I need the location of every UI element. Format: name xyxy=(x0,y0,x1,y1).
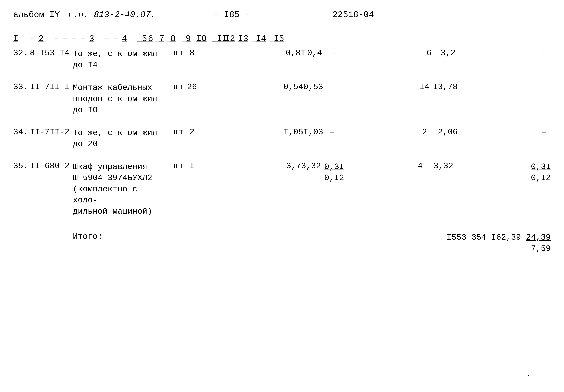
col-h-5: _5 xyxy=(137,34,144,44)
row-35-desc: Шкаф управленияШ 5904 3974БУХЛ2(комплект… xyxy=(73,161,166,217)
row-35-code: II-680-2 xyxy=(30,161,73,171)
table-row: 34. II-7II-2 То же, с к-ом жилдо 20 шт 2… xyxy=(13,127,551,150)
row-33-code: II-7II-I xyxy=(30,82,73,92)
itogo-values: I553 354 I62,39 24,39 7,59 xyxy=(447,232,551,254)
row-35-unit: шт xyxy=(166,161,184,171)
row-33-desc: Монтаж кабельныхвводов с к-ом жилдо IO xyxy=(73,82,166,116)
col-h-2: 2 xyxy=(38,34,48,44)
data-table: 32. 8-I53-I4 То же, с к-ом жилдо I4 шт 8… xyxy=(13,48,551,254)
row-32-c7: 0,4 xyxy=(306,48,325,58)
row-32-code: 8-I53-I4 xyxy=(30,48,73,58)
row-33-num: 33. xyxy=(13,82,30,92)
row-33-c9: I4 xyxy=(418,82,431,92)
col-h-13: I3 xyxy=(238,34,248,44)
row-33-c10: I3,78 xyxy=(431,82,458,92)
col-h-14: I4 xyxy=(256,34,266,44)
col-h-7: 7 xyxy=(159,34,167,44)
col-h-11: _II xyxy=(212,34,222,44)
itogo-row: Итого: I553 354 I62,39 24,39 7,59 xyxy=(13,232,551,254)
col-h-8: 8 xyxy=(170,34,178,44)
row-35-c9: 4 xyxy=(414,161,427,171)
header-code: 22518-04 xyxy=(333,10,374,20)
row-34-num: 34. xyxy=(13,127,30,137)
row-35-num: 35. xyxy=(13,161,30,171)
row-34-qty: 2 xyxy=(184,127,197,137)
row-32-c11: – xyxy=(537,48,551,58)
row-35-c11: 0,3I0,I2 xyxy=(531,161,551,184)
row-32-c6: 0,8I xyxy=(279,48,306,58)
table-row: 32. 8-I53-I4 То же, с к-ом жилдо I4 шт 8… xyxy=(13,48,551,71)
row-35-c6: 3,7 xyxy=(275,161,301,171)
row-35-c7: 3,32 xyxy=(301,161,321,171)
row-34-c11: – xyxy=(537,127,551,137)
row-35-c10: 3,32 xyxy=(427,161,453,171)
row-33-c8: – xyxy=(323,82,338,92)
col-h-9: 9 xyxy=(186,34,193,44)
row-32-unit: шт xyxy=(166,48,184,58)
row-34-c7: I,03 xyxy=(303,127,323,137)
row-32-desc: То же, с к-ом жилдо I4 xyxy=(73,48,166,71)
itogo-label: Итого: xyxy=(73,232,119,241)
table-row: 33. II-7II-I Монтаж кабельныхвводов с к-… xyxy=(13,82,551,116)
col-h-12: I2 xyxy=(225,34,235,44)
col-h-10: IO xyxy=(196,34,210,44)
row-34-desc: То же, с к-ом жилдо 20 xyxy=(73,127,166,150)
row-32-c10: 3,2 xyxy=(436,48,455,58)
row-32-c9: 6 xyxy=(422,48,436,58)
dashed-separator-1: – – – – – – – – – – – – – – – – – – – – … xyxy=(13,23,551,31)
header-minus: – I85 – xyxy=(214,10,250,20)
row-32-c8: – xyxy=(325,48,340,58)
row-35-c8: 0,3I0,I2 xyxy=(321,161,336,184)
itogo-line1: I553 354 I62,39 24,39 xyxy=(447,233,551,242)
row-33-c11: – xyxy=(537,82,551,92)
header-rp: г.п. 813-2-40.87. xyxy=(68,10,156,20)
page: альбом IY г.п. 813-2-40.87. – I85 – 2251… xyxy=(0,0,564,392)
col-h-3: 3 xyxy=(89,34,99,44)
col-h-4: 4 xyxy=(122,34,132,44)
itogo-line2: 7,59 xyxy=(447,243,551,254)
row-34-c9: 2 xyxy=(418,127,431,137)
col-h-15: I5 xyxy=(274,34,284,44)
row-34-c8: – xyxy=(323,127,338,137)
table-row: 35. II-680-2 Шкаф управленияШ 5904 3974Б… xyxy=(13,161,551,217)
col-h-6: 6 xyxy=(148,34,155,44)
col-h-1: I xyxy=(13,34,25,44)
row-34-unit: шт xyxy=(166,127,184,137)
dot-decoration: . xyxy=(526,369,531,379)
row-34-code: II-7II-2 xyxy=(30,127,73,137)
row-33-c7: 0,53 xyxy=(303,82,323,92)
row-35-qty: I xyxy=(184,161,197,171)
header-album: альбом IY xyxy=(13,10,60,20)
row-33-qty: 26 xyxy=(184,82,197,92)
column-headers: I – 2 – – – – 3 – – 4 _5 _ 6 _ 7 _ 8 _ 9… xyxy=(13,34,551,44)
row-33-c6: 0,54 xyxy=(277,82,303,92)
row-32-num: 32. xyxy=(13,48,30,58)
row-34-c10: 2,06 xyxy=(431,127,458,137)
row-33-unit: шт xyxy=(166,82,184,92)
row-32-qty: 8 xyxy=(184,48,197,58)
row-34-c6: I,05 xyxy=(277,127,303,137)
